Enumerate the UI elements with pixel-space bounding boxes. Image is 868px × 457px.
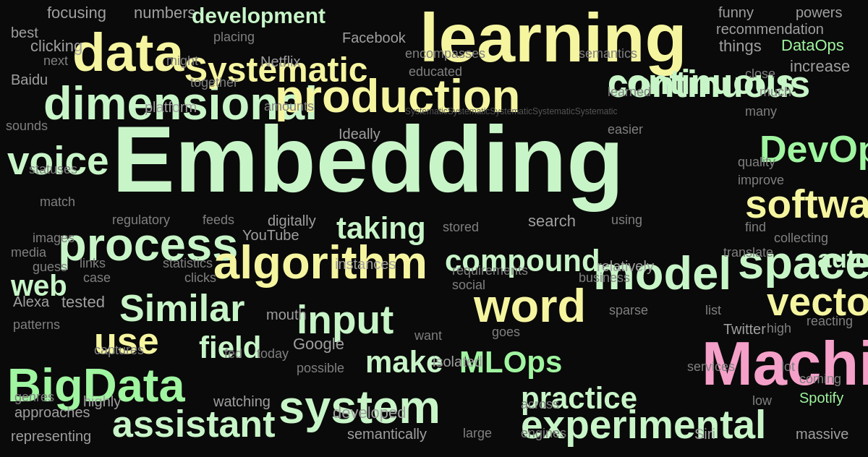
word-item: match <box>40 195 75 208</box>
word-item: find <box>745 221 766 234</box>
word-item: numbers <box>134 5 196 21</box>
word-item: Ideally <box>339 127 380 141</box>
word-item: next <box>43 54 68 67</box>
word-item: statistics <box>163 257 213 270</box>
word-item: input <box>297 300 393 340</box>
word-item: requirements <box>452 264 528 277</box>
word-item: learned <box>608 85 651 98</box>
word-item: might <box>166 54 198 67</box>
word-item: watching <box>213 394 271 409</box>
word-item: encompasses <box>405 47 485 60</box>
word-item: services <box>687 360 735 373</box>
word-item: possible <box>297 362 344 375</box>
word-item: regulatory <box>112 213 170 226</box>
word-item: semantics <box>579 47 637 60</box>
word-item: assistant <box>112 405 275 443</box>
word-item: placing <box>213 30 255 43</box>
word-item: engines <box>521 427 566 440</box>
word-item: improve <box>738 174 784 187</box>
word-item: much <box>760 85 791 98</box>
word-item: high <box>767 322 791 335</box>
word-item: SystematicSystematicSystematicSystematic… <box>405 107 617 116</box>
word-item: media <box>11 246 46 259</box>
word-item: sounds <box>6 119 48 132</box>
word-item: across <box>521 398 559 411</box>
word-item: instances <box>335 257 396 271</box>
word-item: case <box>83 271 111 284</box>
word-item: guess <box>33 260 67 273</box>
word-item: patterns <box>13 318 60 331</box>
word-item: approaches <box>14 405 90 419</box>
word-item: semantically <box>347 427 427 441</box>
word-item: want <box>414 329 442 342</box>
word-item: YouTube <box>242 228 299 242</box>
word-item: learning <box>420 4 687 72</box>
word-item: stored <box>443 221 479 234</box>
word-item: links <box>80 257 106 270</box>
word-item: Siri <box>694 427 715 441</box>
word-item: Google <box>293 336 344 352</box>
word-cloud: EmbeddinglearningMachinedatadimensionalp… <box>0 0 868 457</box>
word-item: tested <box>61 294 105 310</box>
word-item: sparse <box>609 304 648 317</box>
word-item: developed <box>333 405 407 421</box>
word-item: quality <box>738 155 775 168</box>
word-item: today <box>257 347 289 360</box>
word-item: word <box>474 282 586 329</box>
word-item: together <box>190 76 238 89</box>
word-item: lot <box>781 360 795 373</box>
word-item: goes <box>492 325 520 338</box>
word-item: captures <box>94 343 144 356</box>
word-item: social <box>452 278 485 291</box>
word-item: massive <box>796 427 848 441</box>
word-item: development <box>192 5 326 27</box>
word-item: large <box>463 427 492 440</box>
word-item: collecting <box>774 231 828 244</box>
word-item: reacting <box>807 315 853 328</box>
word-item: Spotify <box>799 390 843 405</box>
word-item: clicks <box>184 271 216 284</box>
word-item: many <box>745 105 777 118</box>
word-item: business <box>579 271 630 284</box>
word-item: mouth <box>266 307 307 322</box>
word-item: Baidu <box>11 72 48 87</box>
word-item: Twitter <box>723 322 766 336</box>
word-item: coming <box>799 372 841 385</box>
word-item: powers <box>796 5 842 20</box>
word-item: focusing <box>47 5 106 21</box>
word-item: software <box>745 184 868 224</box>
word-item: isolated <box>433 354 482 369</box>
word-item: data <box>72 25 184 80</box>
word-item: low <box>752 394 772 407</box>
word-item: DevOps <box>760 130 868 168</box>
word-item: Netflix <box>260 54 301 69</box>
word-item: platform <box>145 100 197 114</box>
word-item: genres <box>14 390 54 403</box>
word-item: images <box>33 231 75 244</box>
word-item: Similar <box>119 289 244 327</box>
word-item: taking <box>336 213 426 244</box>
word-item: search <box>528 213 576 229</box>
word-item: Alexa <box>13 294 49 309</box>
word-item: digitally <box>268 213 316 228</box>
word-item: easier <box>608 123 643 136</box>
word-item: educated <box>409 65 462 78</box>
word-item: Facebook <box>342 30 406 45</box>
word-item: statuses <box>29 163 77 176</box>
word-item: make <box>365 347 443 377</box>
word-item: clicking <box>30 38 82 54</box>
word-item: translate <box>723 246 773 259</box>
word-item: automation <box>817 246 868 271</box>
word-item: using <box>611 213 642 226</box>
word-item: things <box>719 38 762 54</box>
word-item: amounts <box>264 100 314 113</box>
word-item: recommendation <box>716 22 824 36</box>
word-item: list <box>705 304 721 317</box>
word-item: funny <box>718 5 754 20</box>
word-item: representing <box>11 429 91 443</box>
word-item: feeds <box>203 213 234 226</box>
word-item: increase <box>790 59 850 74</box>
word-item: DataOps <box>781 38 844 54</box>
word-item: fed <box>224 347 242 360</box>
